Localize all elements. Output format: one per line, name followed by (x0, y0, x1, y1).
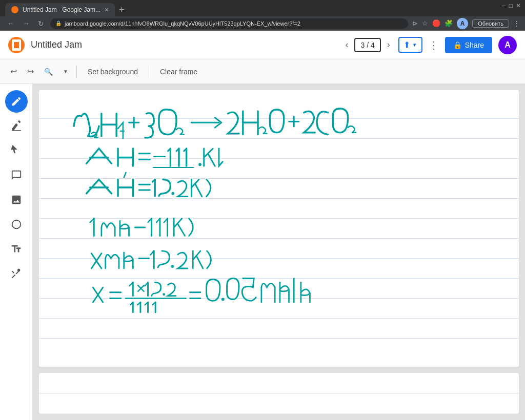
back-button[interactable]: ← (5, 18, 16, 29)
more-options-button[interactable]: ⋮ (429, 39, 439, 51)
sticky-note-tool-button[interactable] (5, 164, 28, 186)
insert-icon: ⬆ (403, 40, 410, 50)
profile-avatar[interactable]: A (498, 36, 517, 54)
clear-frame-button[interactable]: Clear frame (153, 64, 204, 79)
text-tool-button[interactable] (5, 238, 28, 260)
sidebar (0, 84, 33, 420)
tab-title: Untitled Jam - Google Jam... (23, 6, 100, 13)
shape-tool-button[interactable] (5, 213, 28, 236)
svg-point-1 (12, 220, 21, 229)
window-minimize-icon[interactable]: ─ (501, 2, 506, 9)
new-tab-button[interactable]: + (115, 3, 129, 16)
extension2-button[interactable]: 🧩 (445, 19, 453, 27)
svg-point-20 (163, 293, 165, 296)
app-header: Untitled Jam ‹ 3 / 4 › ⬆ ▼ ⋮ 🔒 Share A (0, 31, 525, 59)
bookmark-button[interactable]: ☆ (422, 19, 428, 27)
forward-button[interactable]: → (21, 18, 32, 29)
extension1-button[interactable]: 🛑 (432, 19, 440, 27)
frame-navigation: ‹ 3 / 4 › (343, 37, 392, 52)
toolbar-divider (76, 66, 77, 78)
update-button[interactable]: Обновить (472, 19, 509, 28)
svg-point-18 (171, 265, 174, 268)
select-tool-button[interactable] (5, 139, 28, 162)
marker-tool-button[interactable] (5, 115, 28, 137)
board-content (39, 90, 519, 367)
whiteboard[interactable] (39, 90, 519, 367)
cast-button[interactable]: ⊳ (412, 19, 418, 27)
zoom-dropdown-button[interactable]: ▼ (59, 66, 72, 77)
svg-point-16 (198, 163, 201, 166)
share-button[interactable]: 🔒 Share (445, 37, 492, 53)
canvas-area (33, 84, 525, 420)
set-background-button[interactable]: Set background (81, 64, 145, 79)
zoom-button[interactable]: 🔍 (40, 65, 57, 79)
tab-favicon (11, 6, 18, 13)
main-area (0, 84, 525, 420)
toolbar: ↩ ↪ 🔍 ▼ Set background Clear frame (0, 59, 525, 84)
address-bar[interactable]: 🔒 jamboard.google.com/d/11nhfvO6WRGlu_qk… (50, 18, 408, 29)
app-title: Untitled Jam (31, 39, 337, 50)
tab-close-button[interactable]: × (105, 6, 109, 14)
laser-tool-button[interactable] (5, 262, 28, 285)
app-logo (8, 37, 25, 53)
insert-button[interactable]: ⬆ ▼ (398, 37, 422, 53)
frame-counter: 3 / 4 (354, 38, 380, 52)
profile-nav-avatar[interactable]: A (457, 18, 468, 29)
prev-frame-button[interactable]: ‹ (343, 37, 350, 52)
next-frame-button[interactable]: › (385, 37, 392, 52)
undo-button[interactable]: ↩ (6, 64, 21, 79)
bottom-whiteboard-strip[interactable] (39, 373, 519, 414)
toolbar-divider2 (149, 66, 149, 78)
pen-tool-button[interactable] (5, 90, 28, 113)
svg-point-21 (221, 298, 225, 301)
reload-button[interactable]: ↻ (36, 18, 46, 29)
whiteboard-inner (39, 90, 519, 367)
window-maximize-icon[interactable]: □ (509, 2, 513, 9)
header-right: ⬆ ▼ ⋮ 🔒 Share A (398, 36, 517, 54)
redo-button[interactable]: ↪ (23, 64, 38, 79)
svg-rect-0 (11, 130, 21, 131)
menu-button[interactable]: ⋮ (513, 19, 520, 27)
image-tool-button[interactable] (5, 188, 28, 211)
window-close-icon[interactable]: ✕ (516, 2, 521, 9)
url-text: jamboard.google.com/d/11nhfvO6WRGlu_qkqN… (65, 20, 300, 27)
lock-share-icon: 🔒 (453, 41, 462, 49)
insert-dropdown-arrow: ▼ (412, 42, 417, 48)
svg-point-2 (17, 269, 20, 272)
browser-tab[interactable]: Untitled Jam - Google Jam... × (5, 3, 115, 16)
lock-icon: 🔒 (55, 20, 62, 26)
svg-point-17 (171, 192, 174, 195)
